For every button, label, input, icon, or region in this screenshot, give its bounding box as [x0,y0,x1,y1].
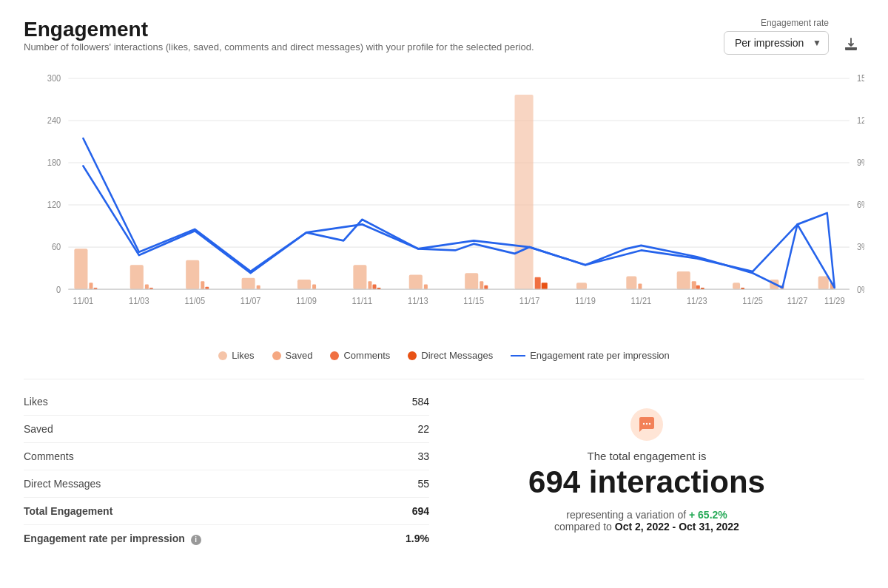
stat-value-comments: 33 [417,450,429,462]
svg-rect-25 [201,281,204,289]
comparison-date-range: Oct 2, 2022 - Oct 31, 2022 [615,521,739,533]
svg-text:11/29: 11/29 [824,296,845,305]
svg-text:15%: 15% [857,74,864,84]
stat-label-engagement-rate: Engagement rate per impression i [24,533,201,545]
stat-row-likes: Likes 584 [24,388,429,416]
svg-rect-44 [626,277,636,290]
svg-text:3%: 3% [857,243,864,252]
stat-value-engagement-rate: 1.9% [406,533,429,545]
stat-row-total-engagement: Total Engagement 694 [24,498,429,525]
svg-rect-48 [696,285,700,289]
legend-likes: Likes [218,350,254,361]
svg-rect-21 [130,265,144,289]
svg-rect-33 [372,285,376,290]
svg-text:11/07: 11/07 [240,296,261,305]
stat-label-direct-messages: Direct Messages [24,478,101,490]
svg-text:11/17: 11/17 [519,296,540,305]
svg-text:120: 120 [47,200,61,210]
svg-rect-46 [677,271,690,289]
engagement-rate-dropdown[interactable]: Per impression Per reach Per follower [724,31,829,55]
stat-label-comments: Comments [24,450,74,462]
stat-value-likes: 584 [412,396,429,408]
svg-text:6%: 6% [857,200,864,210]
stat-row-engagement-rate: Engagement rate per impression i 1.9% [24,525,429,552]
svg-text:11/11: 11/11 [352,296,373,305]
stat-row-direct-messages: Direct Messages 55 [24,470,429,498]
page-subtitle: Number of followers' interactions (likes… [24,41,534,53]
svg-rect-27 [242,278,255,289]
svg-rect-19 [89,283,92,289]
svg-rect-28 [257,285,260,289]
svg-rect-43 [576,283,587,289]
svg-rect-32 [368,281,371,289]
svg-rect-37 [465,273,478,289]
legend-engagement-rate: Engagement rate per impression [511,350,670,361]
svg-text:11/09: 11/09 [296,296,317,305]
svg-text:11/01: 11/01 [73,296,94,305]
svg-point-73 [646,423,648,425]
variation-value: + 65.2% [689,509,727,521]
comparison-description: compared to Oct 2, 2022 - Oct 31, 2022 [554,521,739,533]
legend-saved: Saved [272,350,313,361]
svg-rect-39 [484,285,488,289]
stat-row-comments: Comments 33 [24,443,429,470]
stats-section: Likes 584 Saved 22 Comments 33 Direct Me… [24,379,864,552]
svg-rect-50 [733,283,740,289]
total-interactions-count: 694 interactions [528,465,765,499]
legend-direct-messages: Direct Messages [408,350,493,361]
svg-text:11/13: 11/13 [408,296,428,305]
svg-rect-38 [480,281,483,289]
svg-text:11/05: 11/05 [184,296,205,305]
svg-rect-41 [535,277,541,289]
stats-table: Likes 584 Saved 22 Comments 33 Direct Me… [24,388,429,552]
info-icon[interactable]: i [191,535,201,545]
svg-rect-47 [692,281,696,289]
engagement-rate-label: Engagement rate [761,18,829,28]
svg-rect-42 [542,283,548,289]
svg-text:60: 60 [52,243,61,252]
svg-point-72 [643,423,645,425]
svg-rect-31 [353,265,366,289]
svg-rect-24 [186,260,199,289]
stat-value-total-engagement: 694 [412,505,429,517]
stat-value-saved: 22 [417,423,429,435]
svg-text:0: 0 [56,285,61,294]
page-title: Engagement [24,18,534,41]
svg-text:11/21: 11/21 [631,296,652,305]
svg-text:11/25: 11/25 [742,296,763,305]
svg-text:11/03: 11/03 [129,296,149,305]
svg-rect-22 [145,285,149,290]
svg-rect-30 [312,285,316,290]
svg-rect-18 [74,249,87,289]
total-engagement-prefix: The total engagement is [588,450,707,462]
svg-text:300: 300 [47,74,61,84]
svg-rect-54 [818,277,829,290]
legend-comments: Comments [330,350,390,361]
variation-description: representing a variation of + 65.2% [566,509,727,521]
stat-row-saved: Saved 22 [24,416,429,443]
svg-text:11/23: 11/23 [687,296,707,305]
svg-text:0%: 0% [857,285,864,294]
download-button[interactable] [838,31,864,61]
stat-label-saved: Saved [24,423,53,435]
svg-rect-29 [297,280,311,289]
svg-rect-35 [409,274,423,289]
stat-value-direct-messages: 55 [417,478,429,490]
chat-icon-circle [630,408,663,441]
svg-text:180: 180 [47,158,61,168]
svg-text:240: 240 [47,116,61,126]
engagement-chart: 0 60 120 180 240 300 0% 3% 6% 9% 12% 15% [24,70,864,344]
stat-label-total-engagement: Total Engagement [24,505,112,517]
svg-rect-45 [638,283,642,289]
svg-point-74 [649,423,650,425]
svg-text:12%: 12% [857,116,864,126]
svg-text:11/19: 11/19 [575,296,596,305]
engagement-summary-panel: The total engagement is 694 interactions… [429,388,864,552]
svg-rect-36 [424,285,428,290]
chart-legend: Likes Saved Comments Direct Messages Eng… [24,350,864,361]
svg-text:11/15: 11/15 [463,296,484,305]
svg-text:9%: 9% [857,158,864,168]
stat-label-likes: Likes [24,396,48,408]
svg-rect-40 [515,95,534,289]
chat-icon [638,416,656,433]
